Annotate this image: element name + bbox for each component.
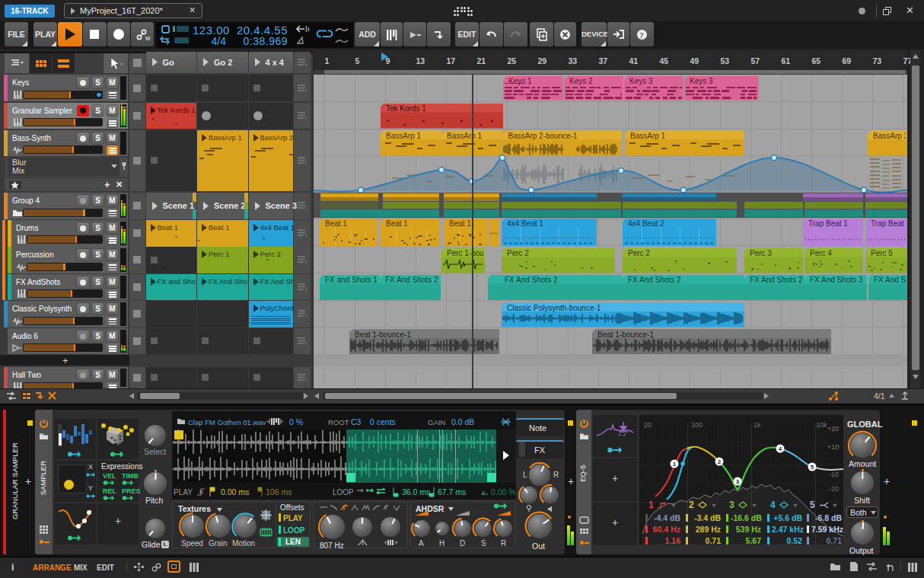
svg-text:1: 1: [673, 461, 677, 468]
svg-text:4: 4: [779, 445, 782, 452]
svg-text:2: 2: [718, 458, 722, 465]
svg-text:5: 5: [811, 464, 814, 471]
svg-text:3: 3: [736, 478, 740, 485]
svg-text:R: R: [199, 490, 203, 495]
